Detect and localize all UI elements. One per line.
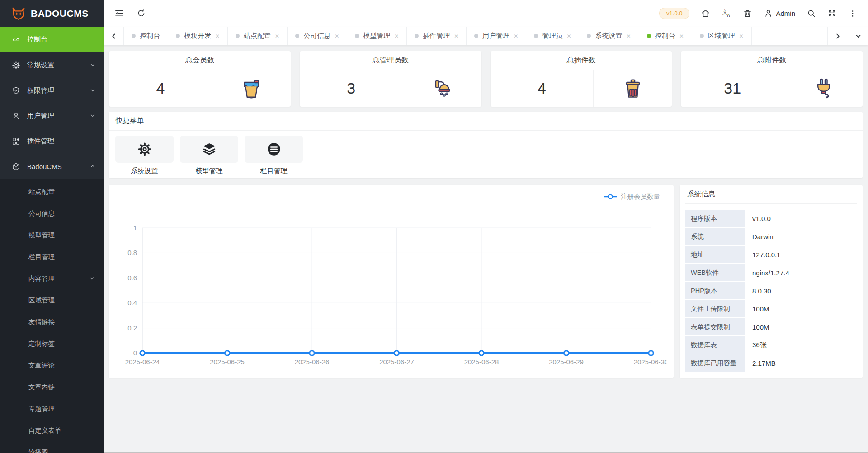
svg-text:2025-06-27: 2025-06-27 xyxy=(379,358,414,366)
sidebar-subitem-model-mgmt[interactable]: 模型管理 xyxy=(0,224,104,246)
tab-close-icon[interactable]: ✕ xyxy=(626,33,631,39)
quick-item-model-mgmt[interactable]: 模型管理 xyxy=(180,136,238,175)
chevron-down-icon xyxy=(90,113,95,118)
sidebar-subitem-article-comments[interactable]: 文章评论 xyxy=(0,354,104,376)
sidebar-subitem-article-inlinks[interactable]: 文章内链 xyxy=(0,376,104,398)
tab-admin[interactable]: 管理员 ✕ xyxy=(526,27,579,45)
quick-item-system-settings[interactable]: 系统设置 xyxy=(115,136,174,175)
tabs-scroll-right-button[interactable] xyxy=(827,27,848,45)
tab-close-icon[interactable]: ✕ xyxy=(335,33,339,39)
user-menu[interactable]: Admin xyxy=(764,9,795,18)
collapse-sidebar-icon[interactable] xyxy=(114,9,124,18)
stat-value: 31 xyxy=(681,70,784,107)
tab-system-settings[interactable]: 系统设置 ✕ xyxy=(579,27,639,45)
tab-dot xyxy=(534,34,538,38)
tab-close-icon[interactable]: ✕ xyxy=(394,33,399,39)
stat-title: 总插件数 xyxy=(491,51,672,70)
layers-icon xyxy=(202,142,217,156)
more-menu-icon[interactable] xyxy=(848,9,857,18)
quick-item-label: 模型管理 xyxy=(180,167,238,175)
info-value: 100M xyxy=(745,318,857,336)
tab-close-icon[interactable]: ✕ xyxy=(514,33,518,39)
table-row: 地址 127.0.0.1 xyxy=(685,246,857,264)
sidebar-subitem-content-mgmt[interactable]: 内容管理 xyxy=(0,268,104,289)
svg-text:2025-06-28: 2025-06-28 xyxy=(464,358,499,366)
svg-text:0.6: 0.6 xyxy=(127,274,137,282)
trash-icon[interactable] xyxy=(743,9,752,18)
sidebar: BADOUCMS 控制台 常规设置 权 xyxy=(0,0,104,453)
sidebar-subitem-site-config[interactable]: 站点配置 xyxy=(0,181,104,203)
sidebar-subitem-friend-links[interactable]: 友情链接 xyxy=(0,311,104,333)
sidebar-subitem-carousel[interactable]: 轮播图 xyxy=(0,441,104,453)
sidebar-subitem-column-mgmt[interactable]: 栏目管理 xyxy=(0,246,104,268)
refresh-icon[interactable] xyxy=(137,9,146,18)
chevron-down-icon xyxy=(89,276,94,281)
svg-text:A: A xyxy=(727,13,730,18)
tab-close-icon[interactable]: ✕ xyxy=(215,33,220,39)
app-root: BADOUCMS 控制台 常规设置 权 xyxy=(0,0,868,453)
tab-close-icon[interactable]: ✕ xyxy=(679,33,684,39)
subitem-label: 内容管理 xyxy=(28,274,55,283)
svg-text:2025-06-29: 2025-06-29 xyxy=(549,358,584,366)
app-title: BADOUCMS xyxy=(31,8,89,19)
info-label: 程序版本 xyxy=(685,210,745,227)
translate-icon[interactable]: 文 A xyxy=(722,9,731,19)
tab-site-config[interactable]: 站点配置 ✕ xyxy=(228,27,288,45)
svg-text:0.4: 0.4 xyxy=(127,299,137,307)
sidebar-subitem-company-info[interactable]: 公司信息 xyxy=(0,203,104,224)
tabs-scroll-left-button[interactable] xyxy=(104,27,124,45)
subitem-label: 友情链接 xyxy=(28,318,55,326)
fullscreen-icon[interactable] xyxy=(827,9,837,18)
table-row: 程序版本 v1.0.0 xyxy=(685,210,857,227)
stat-title: 总附件数 xyxy=(681,51,863,70)
tab-close-icon[interactable]: ✕ xyxy=(454,33,458,39)
home-icon[interactable] xyxy=(701,9,710,18)
sidebar-item-plugin-mgmt[interactable]: 插件管理 xyxy=(0,128,104,154)
sidebar-subitem-topic-mgmt[interactable]: 专题管理 xyxy=(0,398,104,420)
system-info-table: 程序版本 v1.0.0 系统 Darwin 地址 127.0.0.1 WEB xyxy=(685,210,857,373)
stat-title: 总管理员数 xyxy=(300,51,481,70)
tab-plugin-mgmt[interactable]: 插件管理 ✕ xyxy=(407,27,467,45)
tab-label: 模块开发 xyxy=(184,32,211,40)
tab-close-icon[interactable]: ✕ xyxy=(739,33,744,39)
table-row: WEB软件 nginx/1.27.4 xyxy=(685,264,857,282)
stat-card-total-admins: 总管理员数 3 xyxy=(300,51,481,107)
tab-module-dev[interactable]: 模块开发 ✕ xyxy=(168,27,228,45)
topbar: v1.0.0 文 A xyxy=(104,0,868,27)
tab-close-icon[interactable]: ✕ xyxy=(566,33,571,39)
info-value: 100M xyxy=(745,300,857,318)
sidebar-subitem-custom-tags[interactable]: 定制标签 xyxy=(0,333,104,354)
tab-label: 公司信息 xyxy=(303,32,330,40)
info-label: 表单提交限制 xyxy=(685,318,745,336)
sidebar-item-general-settings[interactable]: 常规设置 xyxy=(0,52,104,78)
trash-bin-icon xyxy=(620,76,646,101)
sidebar-subitem-custom-forms[interactable]: 自定义表单 xyxy=(0,420,104,441)
sidebar-item-dashboard[interactable]: 控制台 xyxy=(0,27,104,52)
sidebar-item-permission-mgmt[interactable]: 权限管理 xyxy=(0,78,104,103)
subitem-label: 栏目管理 xyxy=(28,253,55,261)
legend-line-marker-icon xyxy=(604,193,617,200)
tabs-dropdown-button[interactable] xyxy=(848,27,868,45)
sidebar-item-badoucms[interactable]: BadouCMS xyxy=(0,154,104,179)
tab-label: 控制台 xyxy=(140,32,160,40)
sidebar-item-label: 插件管理 xyxy=(27,137,54,146)
tab-region-mgmt[interactable]: 区域管理 ✕ xyxy=(692,27,752,45)
sidebar-subitem-region-mgmt[interactable]: 区域管理 xyxy=(0,289,104,311)
stats-row: 总会员数 4 总管理员数 xyxy=(109,51,863,107)
search-icon[interactable] xyxy=(807,9,816,18)
table-row: 表单提交限制 100M xyxy=(685,318,857,336)
table-row: 数据库表 36张 xyxy=(685,336,857,354)
tab-console-active[interactable]: 控制台 ✕ xyxy=(639,27,692,45)
quick-item-column-mgmt[interactable]: 栏目管理 xyxy=(245,136,303,175)
tab-close-icon[interactable]: ✕ xyxy=(275,33,279,39)
tab-user-mgmt[interactable]: 用户管理 ✕ xyxy=(467,27,526,45)
tab-console[interactable]: 控制台 xyxy=(124,27,168,45)
chart-legend[interactable]: 注册会员数量 xyxy=(115,185,667,208)
tab-model-mgmt[interactable]: 模型管理 ✕ xyxy=(347,27,407,45)
topbar-left xyxy=(114,9,146,18)
tab-company-info[interactable]: 公司信息 ✕ xyxy=(288,27,347,45)
tab-dot xyxy=(355,34,359,38)
tab-dot-active xyxy=(647,34,651,38)
tab-label: 用户管理 xyxy=(482,32,509,40)
sidebar-item-user-mgmt[interactable]: 用户管理 xyxy=(0,103,104,128)
